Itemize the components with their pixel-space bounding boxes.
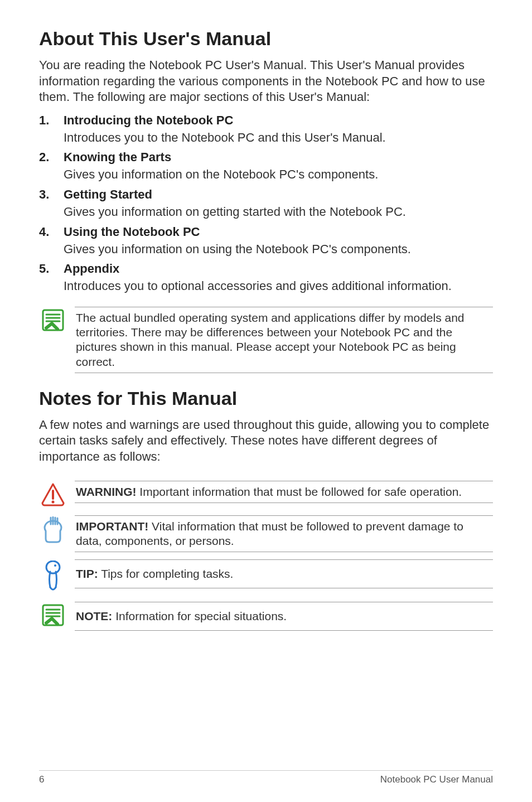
callout-important: IMPORTANT! Vital information that must b…: [39, 515, 493, 553]
callout-note: NOTE: Information for special situations…: [39, 602, 493, 631]
heading-about: About This User's Manual: [39, 28, 493, 50]
warning-label: WARNING!: [76, 485, 137, 498]
intro-about: You are reading the Notebook PC User's M…: [39, 57, 493, 105]
tip-label: TIP:: [76, 567, 98, 580]
page-number: 6: [39, 774, 44, 785]
section-item: Appendix Introduces you to optional acce…: [39, 262, 493, 294]
section-title: Knowing the Parts: [64, 150, 493, 165]
note-text: Information for special situations.: [112, 610, 287, 622]
important-icon: [39, 515, 67, 545]
section-item: Getting Started Gives you information on…: [39, 187, 493, 220]
footer-doc-title: Notebook PC User Manual: [380, 774, 493, 785]
intro-notes: A few notes and warnings are used throug…: [39, 417, 493, 465]
tip-icon: [39, 559, 67, 594]
section-desc: Gives you information on using the Noteb…: [64, 241, 493, 258]
section-title: Getting Started: [64, 187, 493, 202]
warning-text: Important information that must be follo…: [137, 485, 462, 498]
callout-warning: WARNING! Important information that must…: [39, 481, 493, 508]
note-icon: [39, 602, 67, 627]
note-label: NOTE:: [76, 610, 112, 622]
svg-point-8: [54, 564, 56, 567]
callout-text: TIP: Tips for completing tasks.: [75, 559, 493, 588]
section-desc: Introduces you to the Notebook PC and th…: [64, 130, 493, 146]
callout-note-bundled: The actual bundled operating system and …: [39, 307, 493, 373]
callout-tip: TIP: Tips for completing tasks.: [39, 559, 493, 594]
section-title: Introducing the Notebook PC: [64, 113, 493, 128]
sections-list: Introducing the Notebook PC Introduces y…: [39, 113, 493, 299]
svg-point-7: [46, 561, 60, 573]
section-item: Knowing the Parts Gives you information …: [39, 150, 493, 183]
tip-text: Tips for completing tasks.: [98, 567, 234, 580]
section-item: Using the Notebook PC Gives you informat…: [39, 225, 493, 258]
section-desc: Gives you information on the Notebook PC…: [64, 167, 493, 183]
callout-text: The actual bundled operating system and …: [75, 307, 493, 373]
section-desc: Introduces you to optional accessories a…: [64, 278, 493, 294]
warning-icon: [39, 481, 67, 508]
section-desc: Gives you information on getting started…: [64, 204, 493, 220]
section-title: Using the Notebook PC: [64, 225, 493, 239]
page-footer: 6 Notebook PC User Manual: [39, 770, 493, 785]
section-item: Introducing the Notebook PC Introduces y…: [39, 113, 493, 146]
svg-point-2: [52, 500, 55, 503]
callout-text: NOTE: Information for special situations…: [75, 602, 493, 631]
heading-notes: Notes for This Manual: [39, 388, 493, 409]
callout-text: WARNING! Important information that must…: [75, 481, 493, 503]
important-label: IMPORTANT!: [76, 520, 148, 533]
callout-text: IMPORTANT! Vital information that must b…: [75, 515, 493, 553]
note-icon: [39, 307, 67, 332]
section-title: Appendix: [64, 262, 493, 276]
